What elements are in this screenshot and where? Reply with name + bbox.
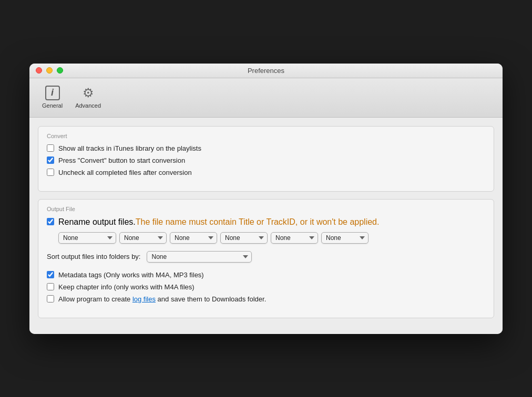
- checkbox-row-2: Press "Convert" button to start conversi…: [47, 156, 485, 164]
- uncheck-completed-label[interactable]: Uncheck all completed files after conver…: [58, 169, 192, 176]
- metadata-checkbox-row: Metadata tags (Only works with M4A, MP3 …: [47, 271, 485, 279]
- press-convert-label[interactable]: Press "Convert" button to start conversi…: [58, 156, 185, 164]
- rename-label-plain: Rename output files.: [58, 217, 136, 226]
- metadata-section: Metadata tags (Only works with M4A, MP3 …: [47, 271, 485, 303]
- filename-dropdown-4[interactable]: None Title Artist Album TrackID: [220, 232, 268, 244]
- dropdown-2-wrapper: None Title Artist Album TrackID: [119, 232, 167, 244]
- chapter-checkbox[interactable]: [47, 283, 54, 290]
- rename-label-warning: The file name must contain Title or Trac…: [136, 217, 380, 226]
- close-button[interactable]: [36, 67, 42, 74]
- window-controls: [36, 67, 63, 74]
- show-tracks-checkbox[interactable]: [47, 144, 54, 152]
- titlebar: Preferences: [29, 64, 503, 78]
- rename-checkbox-row: Rename output files.The file name must c…: [47, 217, 485, 227]
- log-checkbox-row: Allow program to create log files and sa…: [47, 295, 485, 303]
- output-file-section: Output File Rename output files.The file…: [38, 199, 494, 318]
- dropdown-1-wrapper: None Title Artist Album TrackID Track Nu…: [58, 232, 116, 244]
- content-area: Convert Show all tracks in iTunes librar…: [29, 118, 503, 334]
- log-label-plain: Allow program to create: [58, 295, 132, 303]
- log-label[interactable]: Allow program to create log files and sa…: [58, 295, 266, 303]
- general-icon: i: [44, 85, 61, 101]
- output-file-title: Output File: [47, 206, 485, 212]
- filename-dropdown-2[interactable]: None Title Artist Album TrackID: [119, 232, 167, 244]
- sort-dropdown[interactable]: None Artist Album Genre Year: [147, 251, 252, 263]
- log-label-link: log files: [132, 295, 156, 303]
- press-convert-checkbox[interactable]: [47, 156, 54, 164]
- sort-label: Sort output files into folders by:: [47, 253, 140, 260]
- convert-section: Convert Show all tracks in iTunes librar…: [38, 126, 494, 192]
- toolbar-advanced[interactable]: ⚙ Advanced: [71, 82, 105, 111]
- dropdown-4-wrapper: None Title Artist Album TrackID: [220, 232, 268, 244]
- checkbox-row-3: Uncheck all completed files after conver…: [47, 169, 485, 176]
- filename-dropdown-1[interactable]: None Title Artist Album TrackID Track Nu…: [58, 232, 116, 244]
- metadata-label[interactable]: Metadata tags (Only works with M4A, MP3 …: [58, 271, 204, 279]
- chapter-checkbox-row: Keep chapter info (only works with M4A f…: [47, 283, 485, 291]
- log-checkbox[interactable]: [47, 295, 54, 302]
- checkbox-row-1: Show all tracks in iTunes library on the…: [47, 144, 485, 152]
- rename-label[interactable]: Rename output files.The file name must c…: [58, 217, 379, 227]
- rename-checkbox[interactable]: [47, 218, 54, 225]
- filename-dropdowns: None Title Artist Album TrackID Track Nu…: [58, 232, 485, 244]
- uncheck-completed-checkbox[interactable]: [47, 169, 54, 176]
- dropdown-5-wrapper: None Title Artist Album TrackID: [271, 232, 318, 244]
- toolbar: i General ⚙ Advanced: [29, 78, 503, 118]
- sort-row: Sort output files into folders by: None …: [47, 251, 485, 263]
- advanced-label: Advanced: [75, 102, 101, 109]
- convert-section-title: Convert: [47, 133, 485, 139]
- general-label: General: [42, 102, 63, 109]
- advanced-icon: ⚙: [80, 85, 97, 101]
- window-title: Preferences: [248, 67, 284, 75]
- log-label-rest: and save them to Downloads folder.: [156, 295, 266, 303]
- minimize-button[interactable]: [46, 67, 53, 74]
- toolbar-general[interactable]: i General: [38, 82, 67, 111]
- show-tracks-label[interactable]: Show all tracks in iTunes library on the…: [58, 144, 201, 152]
- metadata-checkbox[interactable]: [47, 271, 54, 278]
- dropdown-3-wrapper: None Title Artist Album TrackID: [170, 232, 217, 244]
- filename-dropdown-6[interactable]: None Title Artist Album TrackID: [321, 232, 369, 244]
- chapter-label[interactable]: Keep chapter info (only works with M4A f…: [58, 283, 195, 291]
- filename-dropdown-5[interactable]: None Title Artist Album TrackID: [271, 232, 318, 244]
- preferences-window: Preferences i General ⚙ Advanced Convert…: [29, 64, 503, 334]
- dropdown-6-wrapper: None Title Artist Album TrackID: [321, 232, 369, 244]
- maximize-button[interactable]: [57, 67, 63, 74]
- filename-dropdown-3[interactable]: None Title Artist Album TrackID: [170, 232, 217, 244]
